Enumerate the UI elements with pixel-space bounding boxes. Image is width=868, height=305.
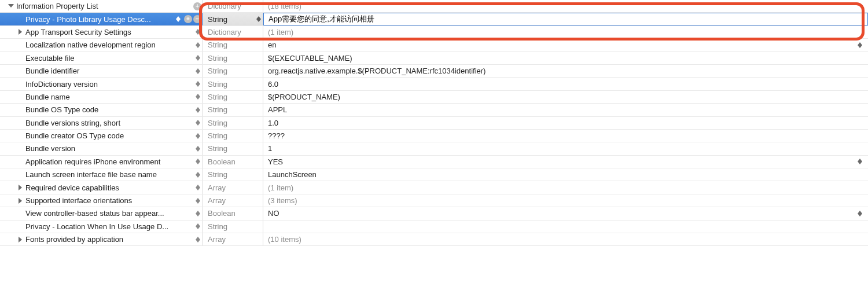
key-cell[interactable]: Required device capabilities	[0, 181, 203, 193]
type-cell[interactable]: Array	[203, 181, 263, 193]
key-cell[interactable]: Bundle identifier	[0, 65, 203, 77]
plist-row[interactable]: Bundle creator OS Type codeString????	[0, 130, 868, 142]
type-cell[interactable]: Dictionary	[203, 26, 263, 38]
key-stepper-icon[interactable]	[194, 91, 201, 102]
disclosure-right-icon[interactable]	[17, 237, 23, 242]
plist-row[interactable]: Privacy - Location When In Use Usage D..…	[0, 221, 868, 233]
key-cell[interactable]: Supported interface orientations	[0, 194, 203, 207]
value-cell[interactable]: NO	[263, 207, 868, 219]
value-cell[interactable]: 1	[263, 142, 868, 155]
type-cell[interactable]: Boolean	[203, 207, 263, 219]
plist-row[interactable]: Supported interface orientationsArray(3 …	[0, 194, 868, 207]
key-cell[interactable]: Launch screen interface file base name	[0, 168, 203, 181]
value-cell[interactable]: LaunchScreen	[263, 168, 868, 181]
plist-row[interactable]: View controller-based status bar appear.…	[0, 207, 868, 220]
plist-row[interactable]: Bundle versionString1	[0, 142, 868, 155]
key-cell[interactable]: Bundle version	[0, 142, 203, 155]
type-cell[interactable]: String	[203, 117, 263, 129]
type-cell[interactable]: String	[203, 78, 263, 90]
key-stepper-icon[interactable]	[194, 53, 201, 63]
value-cell[interactable]: 6.0	[263, 78, 868, 90]
key-stepper-icon[interactable]	[194, 182, 201, 193]
plist-row-selected[interactable]: Privacy - Photo Library Usage Desc... + …	[0, 13, 868, 25]
key-stepper-icon[interactable]	[194, 221, 201, 231]
key-stepper-icon[interactable]	[194, 196, 201, 206]
plist-row[interactable]: Application requires iPhone environmentB…	[0, 156, 868, 168]
key-cell[interactable]: Bundle name	[0, 91, 203, 103]
plist-row[interactable]: Bundle OS Type codeStringAPPL	[0, 104, 868, 116]
plist-row[interactable]: Required device capabilitiesArray(1 item…	[0, 181, 868, 194]
type-cell[interactable]: String	[203, 130, 263, 142]
type-cell[interactable]: Array	[203, 194, 263, 207]
plist-row[interactable]: InfoDictionary versionString6.0	[0, 78, 868, 90]
value-cell[interactable]: APPL	[263, 104, 868, 116]
key-stepper-icon[interactable]	[194, 117, 201, 128]
key-cell[interactable]: Localization native development region	[0, 39, 203, 51]
disclosure-right-icon[interactable]	[17, 29, 23, 35]
value-stepper-icon[interactable]	[858, 42, 862, 48]
plist-row[interactable]: Fonts provided by applicationArray(10 it…	[0, 233, 868, 246]
value-cell[interactable]: $(PRODUCT_NAME)	[263, 91, 868, 103]
key-stepper-icon[interactable]	[194, 144, 201, 154]
plist-row[interactable]: Bundle versions string, shortString1.0	[0, 117, 868, 130]
key-cell[interactable]: Fonts provided by application	[0, 233, 203, 245]
type-cell[interactable]: String	[203, 52, 263, 64]
key-stepper-icon[interactable]	[194, 40, 201, 50]
value-input[interactable]	[269, 14, 867, 24]
value-cell[interactable]: ????	[263, 130, 868, 142]
type-cell[interactable]: String	[203, 142, 263, 155]
disclosure-down-icon[interactable]	[8, 3, 14, 9]
value-cell[interactable]: 1.0	[263, 117, 868, 129]
key-cell[interactable]: Application requires iPhone environment	[0, 156, 203, 168]
add-row-button[interactable]: +	[193, 2, 201, 10]
disclosure-right-icon[interactable]	[17, 198, 23, 204]
disclosure-right-icon[interactable]	[17, 185, 23, 190]
plist-root-row[interactable]: Information Property List + Dictionary (…	[0, 0, 868, 13]
plist-row[interactable]: Localization native development regionSt…	[0, 39, 868, 52]
plist-row[interactable]: Executable fileString$(EXECUTABLE_NAME)	[0, 52, 868, 65]
key-cell[interactable]: Information Property List +	[0, 0, 203, 12]
plist-row[interactable]: Launch screen interface file base nameSt…	[0, 168, 868, 181]
type-cell[interactable]: String	[203, 65, 263, 77]
key-cell[interactable]: Privacy - Location When In Use Usage D..…	[0, 221, 203, 233]
key-stepper-icon[interactable]	[194, 66, 201, 76]
key-stepper-icon[interactable]	[194, 131, 201, 141]
value-stepper-icon[interactable]	[858, 159, 862, 164]
type-cell[interactable]: String	[203, 168, 263, 181]
key-stepper-icon[interactable]	[194, 170, 201, 180]
type-stepper-icon[interactable]	[256, 16, 261, 22]
type-cell[interactable]: String	[203, 221, 263, 233]
type-cell[interactable]: Boolean	[203, 156, 263, 168]
key-stepper-icon[interactable]	[194, 27, 201, 37]
key-cell[interactable]: App Transport Security Settings	[0, 26, 203, 38]
key-stepper-icon[interactable]	[194, 208, 201, 219]
type-cell[interactable]: String	[203, 39, 263, 51]
plist-row[interactable]: Bundle nameString$(PRODUCT_NAME)	[0, 91, 868, 104]
plist-row[interactable]: Bundle identifierStringorg.reactjs.nativ…	[0, 65, 868, 78]
key-cell[interactable]: View controller-based status bar appear.…	[0, 207, 203, 219]
key-stepper-icon[interactable]	[194, 234, 201, 245]
key-cell[interactable]: Bundle versions string, short	[0, 117, 203, 129]
value-cell[interactable]: en	[263, 39, 868, 51]
plist-row[interactable]: App Transport Security SettingsDictionar…	[0, 26, 868, 39]
value-cell[interactable]	[263, 221, 868, 233]
type-cell[interactable]: String	[203, 91, 263, 103]
type-cell[interactable]: String	[203, 13, 263, 25]
value-cell[interactable]	[263, 13, 868, 25]
remove-row-button[interactable]: −	[193, 15, 201, 23]
type-cell[interactable]: String	[203, 104, 263, 116]
key-stepper-icon[interactable]	[194, 105, 201, 115]
value-cell[interactable]: YES	[263, 156, 868, 168]
key-cell[interactable]: Privacy - Photo Library Usage Desc... + …	[0, 13, 203, 25]
key-stepper-icon[interactable]	[194, 156, 201, 167]
key-cell[interactable]: InfoDictionary version	[0, 78, 203, 90]
key-cell[interactable]: Executable file	[0, 52, 203, 64]
key-cell[interactable]: Bundle creator OS Type code	[0, 130, 203, 142]
key-stepper-icon[interactable]	[175, 14, 182, 24]
type-cell[interactable]: Dictionary	[203, 0, 263, 12]
key-cell[interactable]: Bundle OS Type code	[0, 104, 203, 116]
type-cell[interactable]: Array	[203, 233, 263, 245]
value-cell[interactable]: org.reactjs.native.example.$(PRODUCT_NAM…	[263, 65, 868, 77]
value-cell[interactable]: $(EXECUTABLE_NAME)	[263, 52, 868, 64]
add-row-button[interactable]: +	[184, 15, 192, 23]
